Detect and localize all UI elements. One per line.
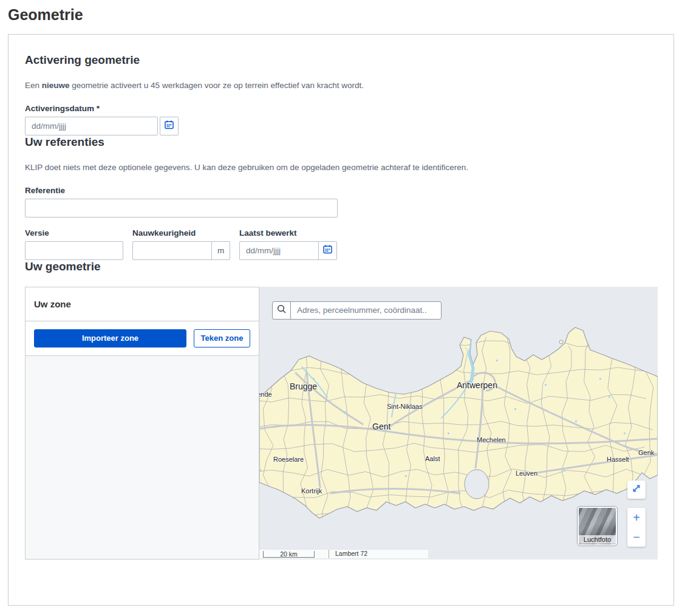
references-heading: Uw referenties <box>25 135 657 149</box>
laatst-bewerkt-input[interactable] <box>239 241 319 260</box>
expand-icon <box>631 483 642 496</box>
search-icon <box>276 304 287 317</box>
zone-actions: Importeer zone Teken zone <box>26 321 259 356</box>
nauwkeurigheid-input[interactable] <box>132 241 212 260</box>
versie-input[interactable] <box>25 241 123 260</box>
activation-intro-suffix: geometrie activeert u 45 werkdagen voor … <box>70 81 364 90</box>
activation-date-group <box>25 117 657 135</box>
zoom-control: + − <box>627 508 646 547</box>
laatst-bewerkt-field: Laatst bewerkt <box>239 217 338 260</box>
map-scale-strip: 20 km Lambert 72 <box>259 550 428 558</box>
search-icon-button[interactable] <box>273 302 291 319</box>
scale-bar: 20 km <box>263 551 315 558</box>
projection-label: Lambert 72 <box>335 550 367 558</box>
references-intro: KLIP doet niets met deze optionele gegev… <box>25 163 657 173</box>
map-search <box>272 301 442 320</box>
activation-heading: Activering geometrie <box>25 35 657 67</box>
zoom-in-button[interactable]: + <box>627 508 646 527</box>
fullscreen-button[interactable] <box>627 481 646 499</box>
import-zone-button[interactable]: Importeer zone <box>34 329 186 347</box>
zone-panel: Uw zone Importeer zone Teken zone <box>25 287 259 560</box>
referentie-label: Referentie <box>25 186 657 195</box>
activation-intro-prefix: Een <box>25 81 42 90</box>
geometry-heading: Uw geometrie <box>25 260 657 273</box>
zone-panel-title: Uw zone <box>26 287 259 321</box>
laatst-bewerkt-label: Laatst bewerkt <box>239 228 338 238</box>
laatst-bewerkt-calendar-button[interactable] <box>318 241 337 260</box>
activation-date-input[interactable] <box>25 117 158 135</box>
calendar-icon <box>164 120 174 132</box>
aerial-layer-label: Luchtfoto <box>579 535 616 544</box>
page-title: Geometrie <box>8 6 682 24</box>
activation-intro-bold: nieuwe <box>42 81 70 90</box>
calendar-icon <box>322 244 333 256</box>
geometry-card: Activering geometrie Een nieuwe geometri… <box>8 34 674 606</box>
nauwkeurigheid-unit: m <box>211 241 230 260</box>
versie-field: Versie <box>25 217 132 260</box>
zone-empty-list <box>26 356 259 559</box>
draw-zone-button[interactable]: Teken zone <box>194 329 250 347</box>
aerial-layer-toggle[interactable]: Luchtfoto <box>578 507 617 546</box>
versie-label: Versie <box>25 228 132 238</box>
map-search-input[interactable] <box>291 302 441 319</box>
zoom-out-button[interactable]: − <box>627 527 646 547</box>
map-canvas[interactable]: OostendeBruggeAntwerpenSint-NiklaasGentM… <box>259 287 658 560</box>
references-row: Versie Nauwkeurigheid m Laatst bewerkt <box>25 217 657 260</box>
zone-wrap: Uw zone Importeer zone Teken zone <box>25 287 657 560</box>
scale-divider <box>329 550 329 558</box>
activation-date-calendar-button[interactable] <box>160 117 179 135</box>
activation-intro: Een nieuwe geometrie activeert u 45 werk… <box>25 81 657 91</box>
nauwkeurigheid-field: Nauwkeurigheid m <box>132 217 239 260</box>
activation-date-label: Activeringsdatum * <box>25 104 657 113</box>
referentie-input[interactable] <box>25 199 338 217</box>
nauwkeurigheid-label: Nauwkeurigheid <box>132 228 239 238</box>
